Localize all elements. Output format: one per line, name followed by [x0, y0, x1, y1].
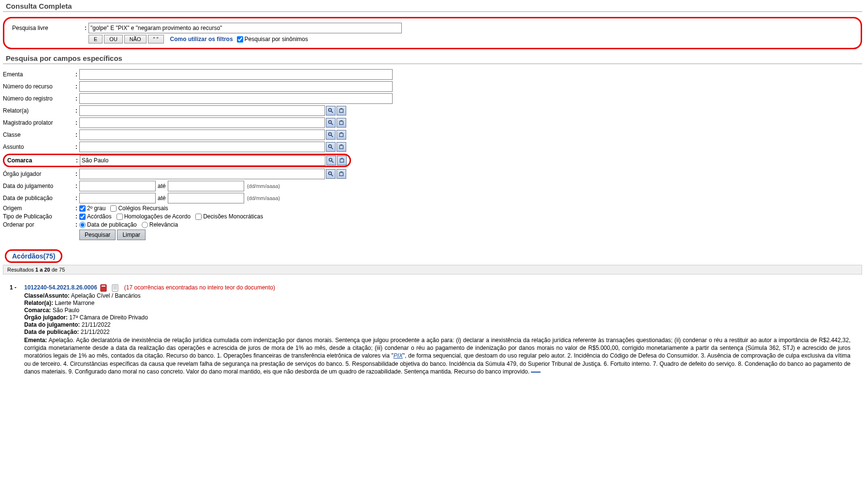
tipo-pub-label: Tipo de Publicação [3, 213, 75, 220]
svg-rect-2 [339, 109, 343, 113]
search-icon[interactable] [326, 130, 336, 140]
comarca-highlight: Comarca : [3, 154, 351, 167]
svg-line-21 [331, 174, 333, 176]
free-search-label: Pesquisa livre [12, 25, 85, 31]
relator-input[interactable] [79, 105, 325, 116]
acordaos-tab[interactable]: Acórdãos(75) [5, 249, 62, 263]
pdf-icon[interactable] [100, 284, 107, 292]
clear-icon[interactable] [337, 106, 346, 115]
search-icon[interactable] [326, 106, 336, 115]
assunto-input[interactable] [79, 142, 325, 152]
free-search-highlight: Pesquisa livre : E OU NÃO " " Como utili… [3, 17, 862, 49]
svg-line-5 [331, 123, 333, 125]
section-title-consulta: Consulta Completa [3, 0, 862, 12]
date-hint: (dd/mm/aaaa) [247, 195, 280, 201]
tipo-monocraticas-checkbox[interactable] [195, 214, 202, 220]
clear-icon[interactable] [337, 118, 346, 128]
svg-rect-6 [339, 121, 343, 125]
origem-2grau-checkbox[interactable] [79, 205, 86, 212]
orgao-input[interactable] [79, 169, 325, 179]
section-title-campos: Pesquisa por campos específicos [3, 52, 862, 64]
origem-colegios-checkbox[interactable] [110, 205, 117, 212]
ordenar-data-radio[interactable] [79, 222, 86, 228]
tipo-acordaos-checkbox[interactable] [79, 214, 86, 220]
data-julg-label: Data do julgamento [3, 183, 75, 189]
svg-rect-18 [340, 159, 344, 162]
pix-highlight: PIX [394, 352, 403, 359]
result-item: 1 - 1012240-54.2021.8.26.0006 (17 ocorrê… [10, 284, 850, 375]
synonyms-label: Pesquisar por sinônimos [245, 36, 308, 43]
svg-line-17 [332, 161, 334, 163]
data-pub-from-input[interactable] [79, 193, 156, 203]
svg-line-9 [331, 135, 333, 137]
data-pub-to-input[interactable] [168, 193, 244, 203]
data-pub-label: Data de publicação [3, 195, 75, 202]
op-nao-button[interactable]: NÃO [124, 35, 147, 43]
classe-label: Classe [3, 131, 75, 138]
svg-rect-25 [102, 286, 105, 287]
ementa-label: Ementa [3, 71, 75, 78]
svg-point-20 [329, 172, 332, 175]
ementa-text: Ementa: Apelação. Ação declaratória de i… [24, 336, 850, 375]
svg-point-0 [329, 109, 332, 112]
orgao-label: Órgão julgador [3, 171, 75, 177]
assunto-label: Assunto [3, 144, 75, 150]
magistrado-input[interactable] [79, 117, 325, 128]
svg-point-16 [329, 158, 332, 161]
svg-line-1 [331, 111, 333, 113]
comarca-input[interactable] [80, 155, 325, 166]
doc-icon[interactable] [112, 284, 118, 292]
magistrado-label: Magistrado prolator [3, 119, 75, 126]
svg-point-4 [329, 121, 332, 124]
comarca-label: Comarca [7, 157, 76, 164]
results-count-bar: Resultados 1 a 20 de 75 [3, 265, 862, 274]
num-recurso-label: Número do recurso [3, 83, 75, 90]
search-icon[interactable] [326, 118, 336, 128]
data-julg-to-input[interactable] [168, 181, 244, 191]
clear-icon[interactable] [337, 156, 347, 165]
num-registro-label: Número do registro [3, 95, 75, 102]
ementa-input[interactable] [79, 69, 393, 80]
clear-icon[interactable] [337, 130, 346, 140]
data-julg-from-input[interactable] [79, 181, 156, 191]
clear-icon[interactable] [337, 169, 346, 179]
svg-rect-26 [112, 285, 118, 291]
occurrence-count: (17 ocorrências encontradas no inteiro t… [124, 284, 275, 291]
classe-input[interactable] [79, 130, 325, 140]
ordenar-relev-radio[interactable] [142, 222, 148, 228]
svg-rect-14 [339, 145, 343, 149]
search-icon[interactable] [326, 156, 336, 165]
op-ou-button[interactable]: OU [104, 35, 123, 43]
tipo-homolog-checkbox[interactable] [117, 214, 123, 220]
free-search-input[interactable] [88, 23, 402, 33]
relator-label: Relator(a) [3, 107, 75, 114]
date-hint: (dd/mm/aaaa) [247, 183, 280, 189]
synonyms-checkbox[interactable] [237, 36, 243, 43]
ordenar-label: Ordenar por [3, 221, 75, 228]
process-number-link[interactable]: 1012240-54.2021.8.26.0006 [24, 284, 97, 291]
origem-label: Origem [3, 205, 75, 212]
filters-help-link[interactable]: Como utilizar os filtros [170, 36, 233, 43]
result-index: 1 - [10, 284, 24, 375]
op-e-button[interactable]: E [88, 35, 103, 43]
search-icon[interactable] [326, 169, 336, 179]
clear-icon[interactable] [337, 142, 346, 152]
svg-point-8 [329, 133, 332, 136]
svg-point-12 [329, 145, 332, 148]
op-quotes-button[interactable]: " " [148, 35, 164, 43]
num-recurso-input[interactable] [79, 81, 393, 92]
svg-rect-10 [339, 133, 343, 137]
num-registro-input[interactable] [79, 93, 393, 104]
limpar-button[interactable]: Limpar [117, 230, 146, 240]
expand-icon[interactable] [531, 372, 541, 373]
svg-rect-22 [339, 173, 343, 176]
search-icon[interactable] [326, 142, 336, 152]
pesquisar-button[interactable]: Pesquisar [79, 230, 116, 240]
svg-line-13 [331, 147, 333, 149]
